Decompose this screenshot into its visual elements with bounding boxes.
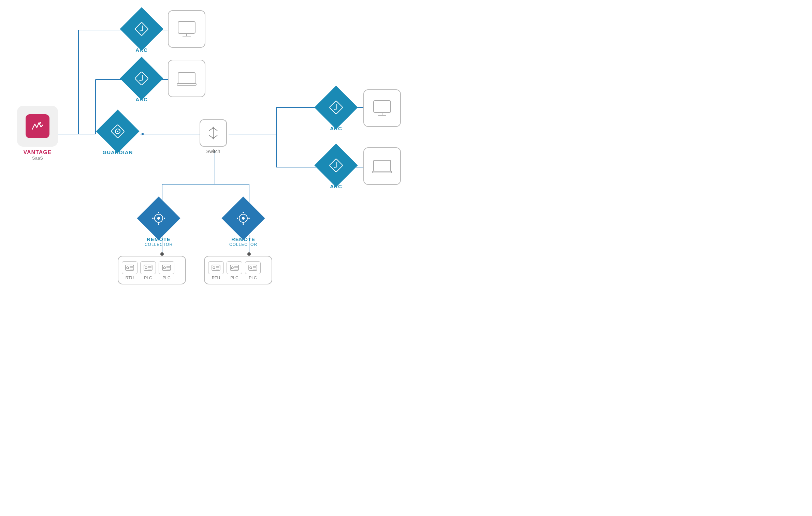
plc1b-label: PLC	[162, 276, 170, 280]
vantage-icon	[26, 114, 49, 138]
plc2a-label: PLC	[230, 276, 238, 280]
monitor4-node[interactable]	[363, 147, 401, 185]
vantage-box	[17, 106, 58, 147]
plc2b-icon	[245, 261, 261, 274]
rc1-sublabel: COLLECTOR	[145, 242, 173, 247]
rc2-sublabel: COLLECTOR	[229, 242, 257, 247]
guardian-node[interactable]: GUARDIAN	[102, 116, 133, 155]
device-group1[interactable]: RTU PLC	[118, 256, 186, 284]
arc4-icon	[324, 153, 348, 177]
svg-rect-48	[329, 101, 343, 114]
arc1-diamond	[120, 7, 163, 50]
svg-point-63	[241, 216, 245, 220]
rc2-diamond	[221, 196, 265, 240]
monitor3-box	[363, 89, 401, 127]
monitor3-node[interactable]	[363, 89, 401, 127]
svg-rect-53	[374, 160, 391, 171]
arc3-node[interactable]: ARC	[321, 92, 351, 131]
svg-point-89	[231, 267, 233, 269]
guardian-diamond	[96, 109, 139, 153]
svg-rect-33	[135, 22, 148, 36]
rc2-node[interactable]: REMOTE COLLECTOR	[228, 203, 259, 247]
svg-rect-37	[135, 72, 148, 85]
svg-point-58	[152, 217, 154, 219]
svg-rect-52	[329, 159, 343, 172]
plc1a-icon	[140, 261, 156, 274]
plc2b-label: PLC	[249, 276, 257, 280]
rtu2-icon	[208, 261, 224, 274]
plc2b-item: PLC	[245, 261, 261, 280]
svg-marker-47	[212, 137, 215, 139]
rc1-icon	[147, 206, 171, 230]
monitor1-box	[168, 10, 205, 48]
rtu1-icon	[122, 261, 137, 274]
plc2a-icon	[227, 261, 242, 274]
rtu1-label: RTU	[126, 276, 134, 280]
vantage-label: VANTAGE	[24, 149, 52, 156]
plc2a-item: PLC	[227, 261, 242, 280]
svg-point-79	[163, 267, 165, 269]
vantage-node[interactable]: VANTAGE SaaS	[17, 106, 58, 161]
rtu1-item: RTU	[122, 261, 137, 280]
svg-point-57	[157, 216, 160, 220]
network-diagram: VANTAGE SaaS GUARDIAN	[0, 0, 812, 516]
svg-point-69	[127, 267, 129, 269]
svg-rect-38	[178, 73, 195, 84]
svg-rect-49	[374, 101, 391, 113]
device-group2-box: RTU PLC	[204, 256, 272, 284]
svg-point-84	[213, 267, 215, 269]
device-group1-box: RTU PLC	[118, 256, 186, 284]
arc4-node[interactable]: ARC	[321, 150, 351, 189]
svg-point-60	[158, 223, 160, 225]
svg-point-26	[247, 252, 251, 256]
svg-point-59	[158, 211, 160, 213]
svg-rect-34	[178, 21, 195, 33]
rtu2-label: RTU	[212, 276, 220, 280]
svg-point-24	[160, 252, 164, 256]
rc1-diamond	[137, 196, 180, 240]
svg-marker-46	[212, 127, 215, 129]
switch-label: Switch	[206, 149, 220, 154]
rtu2-item: RTU	[208, 261, 224, 280]
rc2-icon	[231, 206, 255, 230]
arc4-diamond	[314, 144, 358, 187]
plc1a-item: PLC	[140, 261, 156, 280]
svg-marker-27	[142, 133, 145, 135]
guardian-icon	[106, 119, 130, 143]
monitor4-box	[363, 147, 401, 185]
svg-point-61	[163, 217, 165, 219]
svg-point-74	[145, 267, 147, 269]
arc1-node[interactable]: ARC	[126, 14, 157, 53]
switch-box	[200, 119, 227, 147]
arc3-diamond	[314, 86, 358, 129]
rc1-node[interactable]: REMOTE COLLECTOR	[143, 203, 174, 247]
switch-node[interactable]: Switch	[200, 119, 227, 154]
plc1a-label: PLC	[144, 276, 152, 280]
vantage-sublabel: SaaS	[32, 156, 43, 161]
svg-point-65	[242, 211, 244, 213]
svg-point-32	[117, 130, 119, 132]
monitor1-node[interactable]	[168, 10, 205, 48]
arc3-icon	[324, 95, 348, 119]
arc2-node[interactable]: ARC	[126, 63, 157, 102]
svg-point-66	[242, 223, 244, 225]
svg-point-29	[40, 122, 41, 124]
arc2-icon	[130, 67, 154, 90]
plc1b-item: PLC	[159, 261, 174, 280]
svg-point-67	[248, 217, 250, 219]
monitor2-node[interactable]	[168, 60, 205, 97]
arc1-icon	[130, 17, 154, 41]
arc2-diamond	[120, 57, 163, 100]
monitor2-box	[168, 60, 205, 97]
svg-point-64	[236, 217, 238, 219]
plc1b-icon	[159, 261, 174, 274]
svg-point-94	[250, 267, 252, 269]
device-group2[interactable]: RTU PLC	[204, 256, 272, 284]
